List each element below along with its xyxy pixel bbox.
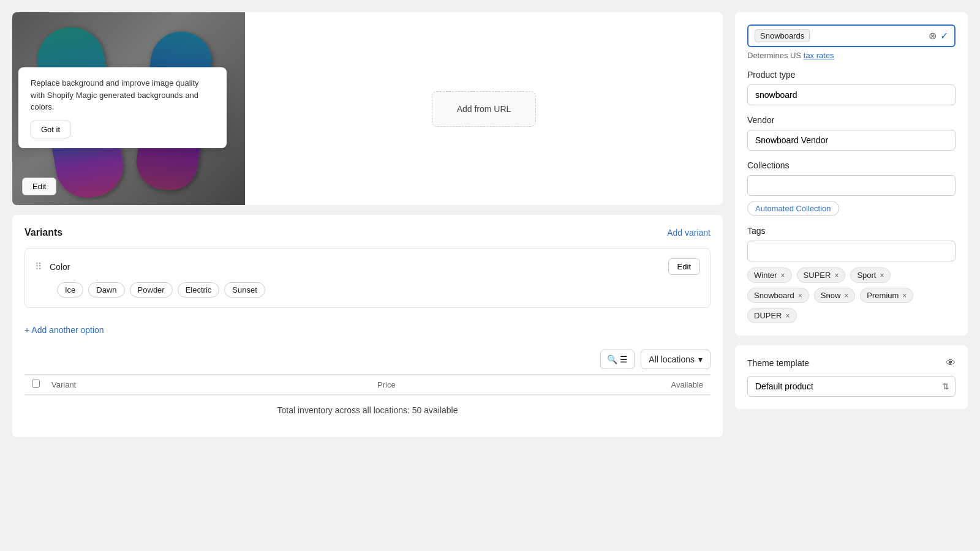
product-type-group: Product type (747, 70, 956, 105)
color-tag-sunset: Sunset (224, 282, 265, 298)
edit-image-button[interactable]: Edit (22, 178, 56, 195)
shopify-magic-tooltip: Replace background and improve image qua… (18, 67, 227, 148)
col-header-available: Available (540, 380, 703, 389)
add-another-option[interactable]: + Add another option (24, 315, 710, 340)
variants-header: Variants Add variant (24, 227, 710, 238)
theme-template-select-wrapper: Default product Custom template ⇅ (747, 376, 956, 397)
tag-duper: DUPER × (747, 308, 797, 323)
tags-label: Tags (747, 226, 956, 236)
tags-container: Winter × SUPER × Sport × Snowboard × (747, 268, 956, 323)
collections-label: Collections (747, 160, 956, 170)
tag-winter: Winter × (747, 268, 792, 283)
tag-premium: Premium × (860, 288, 913, 303)
vendor-group: Vendor (747, 115, 956, 151)
color-tags-list: Ice Dawn Powder Electric Sunset (57, 282, 700, 298)
chevron-down-icon: ▾ (698, 354, 703, 364)
select-all-checkbox[interactable] (32, 380, 44, 389)
category-input-wrapper[interactable]: Snowboards ⊗ ✓ (747, 24, 956, 47)
tag-duper-remove[interactable]: × (786, 312, 790, 320)
tax-determines-text: Determines US (747, 51, 801, 60)
clear-category-icon[interactable]: ⊗ (929, 30, 937, 42)
tag-super-remove[interactable]: × (834, 271, 839, 280)
add-option-link[interactable]: + Add another option (24, 320, 104, 340)
tax-rates-link[interactable]: tax rates (804, 51, 834, 60)
tags-group: Tags Winter × SUPER × Sport × (747, 226, 956, 323)
image-upload-area: Add from URL (245, 12, 723, 205)
theme-template-label: Theme template (747, 358, 809, 368)
tag-winter-remove[interactable]: × (781, 271, 785, 280)
tag-sport-label: Sport (857, 271, 876, 280)
tag-snow-label: Snow (821, 291, 841, 300)
variants-section: Variants Add variant ⠿ Color Edit Ice Da… (12, 215, 723, 437)
color-tag-powder: Powder (130, 282, 173, 298)
product-organization-card: Snowboards ⊗ ✓ Determines US tax rates P… (735, 12, 968, 335)
tags-input[interactable] (747, 241, 956, 261)
tag-snowboard-label: Snowboard (754, 291, 794, 300)
search-filter-button[interactable]: 🔍 ☰ (600, 350, 635, 369)
col-header-variant: Variant (51, 380, 377, 389)
select-all-input[interactable] (32, 380, 40, 388)
variant-table-header: Variant Price Available (24, 374, 710, 395)
category-tag: Snowboards (755, 29, 810, 42)
add-variant-link[interactable]: Add variant (667, 228, 710, 238)
vendor-input[interactable] (747, 130, 956, 151)
category-tag-label: Snowboards (760, 31, 804, 40)
search-icon: 🔍 (607, 354, 617, 364)
collections-group: Collections Automated Collection (747, 160, 956, 216)
tooltip-message: Replace background and improve image qua… (31, 77, 214, 113)
product-type-label: Product type (747, 70, 956, 80)
color-variant-card: ⠿ Color Edit Ice Dawn Powder Electric Su… (24, 248, 710, 308)
preview-eye-icon[interactable]: 👁 (946, 358, 956, 369)
variant-table-controls: 🔍 ☰ All locations ▾ (24, 350, 710, 369)
tag-super-label: SUPER (804, 271, 831, 280)
tag-winter-label: Winter (754, 271, 777, 280)
col-header-price: Price (377, 380, 540, 389)
add-from-url-button[interactable]: Add from URL (432, 91, 537, 127)
variant-card-header: ⠿ Color Edit (35, 258, 700, 275)
automated-collection-label: Automated Collection (755, 204, 831, 213)
tag-sport: Sport × (850, 268, 891, 283)
color-tag-electric: Electric (178, 282, 220, 298)
theme-template-card: Theme template 👁 Default product Custom … (735, 345, 968, 409)
image-section: Edit Add from URL Replace background and… (12, 12, 723, 205)
got-it-button[interactable]: Got it (31, 121, 70, 138)
vendor-label: Vendor (747, 115, 956, 125)
color-tag-dawn: Dawn (88, 282, 124, 298)
theme-template-select[interactable]: Default product Custom template (747, 376, 956, 397)
tag-snowboard: Snowboard × (747, 288, 809, 303)
variants-title: Variants (24, 227, 62, 238)
tag-super: SUPER × (797, 268, 846, 283)
location-dropdown[interactable]: All locations ▾ (641, 350, 710, 369)
tag-premium-remove[interactable]: × (902, 291, 907, 300)
filter-icon: ☰ (620, 354, 628, 364)
tag-premium-label: Premium (867, 291, 899, 300)
location-dropdown-label: All locations (649, 354, 695, 364)
tag-snow: Snow × (814, 288, 856, 303)
tag-duper-label: DUPER (754, 311, 782, 320)
theme-template-header: Theme template 👁 (747, 358, 956, 369)
tag-snowboard-remove[interactable]: × (798, 291, 802, 300)
variant-edit-button[interactable]: Edit (668, 258, 700, 275)
product-type-input[interactable] (747, 84, 956, 105)
total-inventory-text: Total inventory across all locations: 50… (24, 395, 710, 425)
automated-collection-tag: Automated Collection (747, 201, 839, 216)
tax-info-text: Determines US tax rates (747, 51, 956, 60)
confirm-category-icon[interactable]: ✓ (940, 30, 948, 42)
collections-input[interactable] (747, 175, 956, 196)
variant-card-left: ⠿ Color (35, 261, 70, 272)
tag-sport-remove[interactable]: × (880, 271, 884, 280)
drag-handle-icon[interactable]: ⠿ (35, 261, 42, 272)
color-tag-ice: Ice (57, 282, 83, 298)
variant-color-name: Color (50, 262, 70, 272)
tag-snow-remove[interactable]: × (844, 291, 848, 300)
